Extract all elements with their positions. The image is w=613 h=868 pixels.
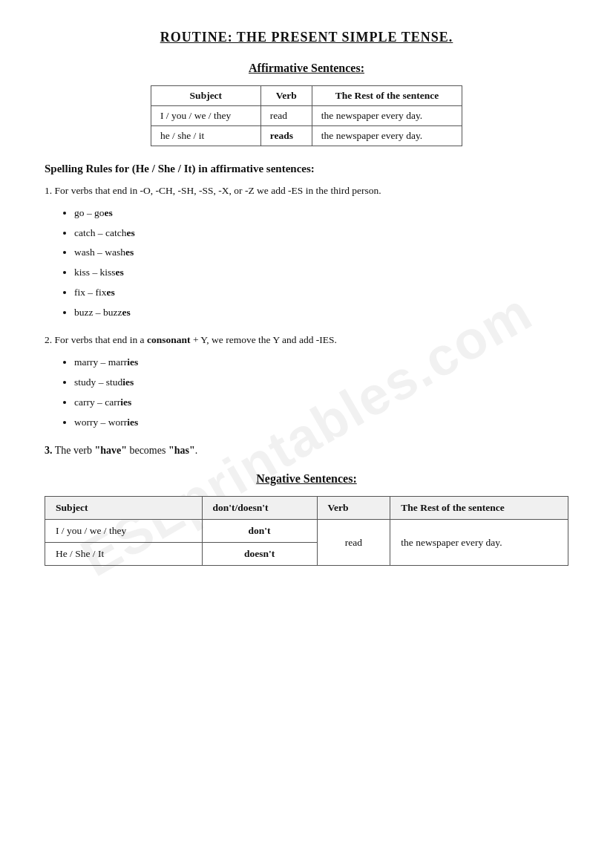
neg-row1-dont: don't [202, 520, 317, 543]
rule1-text: 1. For verbs that end in -O, -CH, -SH, -… [45, 183, 568, 199]
rule3-text: 3. The verb "have" becomes "has". [45, 442, 568, 460]
aff-row1-subject: I / you / we / they [151, 106, 261, 126]
list-item: carry – carries [74, 394, 568, 411]
neg-row1-subject: I / you / we / they [45, 520, 203, 543]
aff-col-subject: Subject [151, 86, 261, 106]
table-row: he / she / it reads the newspaper every … [151, 126, 462, 146]
rule2-text: 2. For verbs that end in a consonant + Y… [45, 332, 568, 348]
list-item: fix – fixes [74, 284, 568, 301]
neg-col-rest: The Rest of the sentence [390, 497, 568, 520]
neg-shared-rest: the newspaper every day. [390, 520, 568, 566]
table-row: I / you / we / they read the newspaper e… [151, 106, 462, 126]
aff-row1-rest: the newspaper every day. [312, 106, 462, 126]
negative-title: Negative Sentences: [45, 472, 568, 486]
aff-row2-rest: the newspaper every day. [312, 126, 462, 146]
rule1-list: go – goes catch – catches wash – washes … [74, 205, 568, 322]
aff-row2-subject: he / she / it [151, 126, 261, 146]
main-title: ROUTINE: THE PRESENT SIMPLE TENSE. [45, 30, 568, 45]
table-row: I / you / we / they don't read the newsp… [45, 520, 568, 543]
negative-table: Subject don't/doesn't Verb The Rest of t… [45, 496, 568, 566]
list-item: catch – catches [74, 225, 568, 242]
list-item: marry – marries [74, 354, 568, 371]
aff-col-verb: Verb [260, 86, 312, 106]
list-item: study – studies [74, 374, 568, 391]
list-item: go – goes [74, 205, 568, 222]
aff-col-rest: The Rest of the sentence [312, 86, 462, 106]
neg-col-verb: Verb [317, 497, 390, 520]
aff-row2-verb: reads [260, 126, 312, 146]
list-item: buzz – buzzes [74, 304, 568, 322]
affirmative-table-wrap: Subject Verb The Rest of the sentence I … [45, 85, 568, 146]
list-item: wash – washes [74, 244, 568, 261]
aff-row1-verb: read [260, 106, 312, 126]
rule2-list: marry – marries study – studies carry – … [74, 354, 568, 431]
negative-table-wrap: Subject don't/doesn't Verb The Rest of t… [45, 496, 568, 566]
list-item: kiss – kisses [74, 264, 568, 281]
neg-row2-subject: He / She / It [45, 543, 203, 566]
affirmative-title: Affirmative Sentences: [45, 62, 568, 75]
list-item: worry – worries [74, 414, 568, 431]
spelling-title: Spelling Rules for (He / She / It) in af… [45, 163, 568, 175]
neg-col-subject: Subject [45, 497, 203, 520]
affirmative-table: Subject Verb The Rest of the sentence I … [151, 85, 462, 146]
neg-col-dont: don't/doesn't [202, 497, 317, 520]
neg-row2-doesnt: doesn't [202, 543, 317, 566]
neg-shared-verb: read [317, 520, 390, 566]
